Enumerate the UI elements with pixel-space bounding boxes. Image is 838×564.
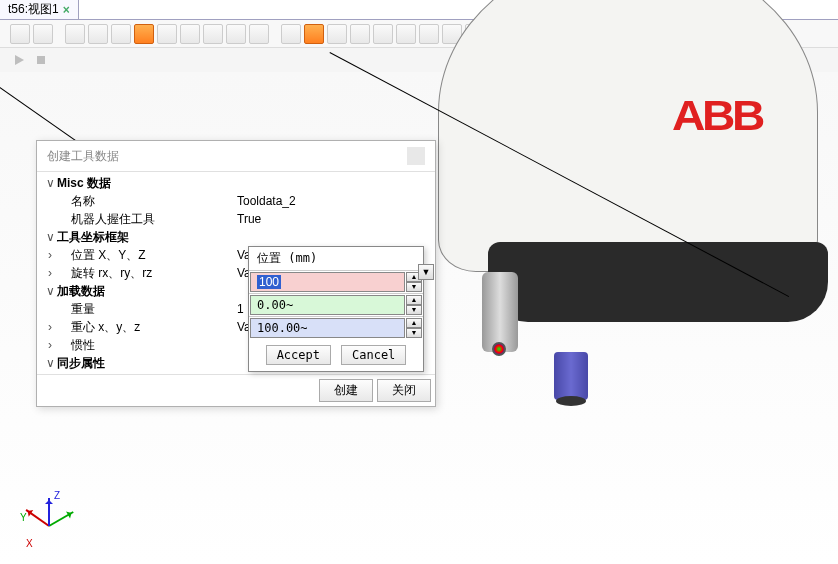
toolbar-icon-6[interactable] xyxy=(134,24,154,44)
toolbar-icon-9[interactable] xyxy=(203,24,223,44)
toolbar-icon-14[interactable] xyxy=(327,24,347,44)
position-z-input[interactable]: 100.00~ xyxy=(250,318,405,338)
prop-rotation-label: 旋转 rx、ry、rz xyxy=(57,265,237,282)
section-sync: 同步属性 xyxy=(57,355,237,372)
accept-button[interactable]: Accept xyxy=(266,345,331,365)
workpiece-cylinder xyxy=(554,352,588,400)
axis-z-label: Z xyxy=(54,490,60,501)
document-tab[interactable]: t56:视图1 × xyxy=(0,0,79,19)
axis-gizmo[interactable]: X Y Z xyxy=(18,490,78,550)
spin-down-icon[interactable]: ▼ xyxy=(406,305,422,315)
popup-title: 位置 (mm) xyxy=(249,247,423,270)
robot-tool-tip xyxy=(492,342,506,356)
axis-x-label: X xyxy=(26,538,33,549)
robot-model: ABB xyxy=(398,72,818,322)
prop-name-label: 名称 xyxy=(57,193,237,210)
toolbar-icon-5[interactable] xyxy=(111,24,131,44)
dropdown-arrow-icon[interactable]: ▼ xyxy=(418,264,434,280)
toolbar-icon-13[interactable] xyxy=(304,24,324,44)
expander-icon[interactable]: ∨ xyxy=(43,230,57,244)
expander-icon[interactable]: › xyxy=(43,266,57,280)
toolbar-icon-11[interactable] xyxy=(249,24,269,44)
toolbar-icon-1[interactable] xyxy=(10,24,30,44)
close-button[interactable]: 关闭 xyxy=(377,379,431,402)
prop-name-value[interactable]: Tooldata_2 xyxy=(237,194,429,208)
prop-hold-label: 机器人握住工具 xyxy=(57,211,237,228)
toolbar-icon-10[interactable] xyxy=(226,24,246,44)
dialog-title: 创建工具数据 xyxy=(47,148,119,165)
cancel-button[interactable]: Cancel xyxy=(341,345,406,365)
position-popup: 位置 (mm) 100 ▲▼ 0.00~ ▲▼ 100.00~ ▲▼ Accep… xyxy=(248,246,424,372)
toolbar-icon-2[interactable] xyxy=(33,24,53,44)
prop-cog-label: 重心 x、y、z xyxy=(57,319,237,336)
stop-icon[interactable] xyxy=(32,51,50,69)
svg-marker-0 xyxy=(15,55,24,65)
expander-icon[interactable]: ∨ xyxy=(43,284,57,298)
dialog-titlebar[interactable]: 创建工具数据 xyxy=(37,141,435,172)
expander-icon[interactable]: ∨ xyxy=(43,356,57,370)
play-icon[interactable] xyxy=(10,51,28,69)
prop-position-label: 位置 X、Y、Z xyxy=(57,247,237,264)
tab-title: t56:视图1 xyxy=(8,1,59,18)
abb-logo: ABB xyxy=(672,92,762,140)
expander-icon[interactable]: › xyxy=(43,320,57,334)
dialog-close-icon[interactable] xyxy=(407,147,425,165)
toolbar-icon-4[interactable] xyxy=(88,24,108,44)
toolbar-icon-3[interactable] xyxy=(65,24,85,44)
toolbar-icon-8[interactable] xyxy=(180,24,200,44)
spin-up-icon[interactable]: ▲ xyxy=(406,318,422,328)
spin-up-icon[interactable]: ▲ xyxy=(406,295,422,305)
prop-inertia-label: 惯性 xyxy=(57,337,237,354)
expander-icon[interactable]: ∨ xyxy=(43,176,57,190)
toolbar-icon-7[interactable] xyxy=(157,24,177,44)
position-y-input[interactable]: 0.00~ xyxy=(250,295,405,315)
spin-down-icon[interactable]: ▼ xyxy=(406,328,422,338)
expander-icon[interactable]: › xyxy=(43,248,57,262)
toolbar-icon-12[interactable] xyxy=(281,24,301,44)
prop-weight-label: 重量 xyxy=(57,301,237,318)
toolbar-icon-16[interactable] xyxy=(373,24,393,44)
section-misc: Misc 数据 xyxy=(57,175,237,192)
spin-down-icon[interactable]: ▼ xyxy=(406,282,422,292)
section-load: 加载数据 xyxy=(57,283,237,300)
toolbar-icon-17[interactable] xyxy=(396,24,416,44)
toolbar-icon-18[interactable] xyxy=(419,24,439,44)
toolbar-icon-15[interactable] xyxy=(350,24,370,44)
expander-icon[interactable]: › xyxy=(43,338,57,352)
axis-y-label: Y xyxy=(20,512,27,523)
tab-close-icon[interactable]: × xyxy=(63,3,70,17)
prop-hold-value[interactable]: True xyxy=(237,212,429,226)
section-frame: 工具坐标框架 xyxy=(57,229,237,246)
position-x-input[interactable]: 100 xyxy=(250,272,405,292)
create-button[interactable]: 创建 xyxy=(319,379,373,402)
svg-rect-1 xyxy=(37,56,45,64)
